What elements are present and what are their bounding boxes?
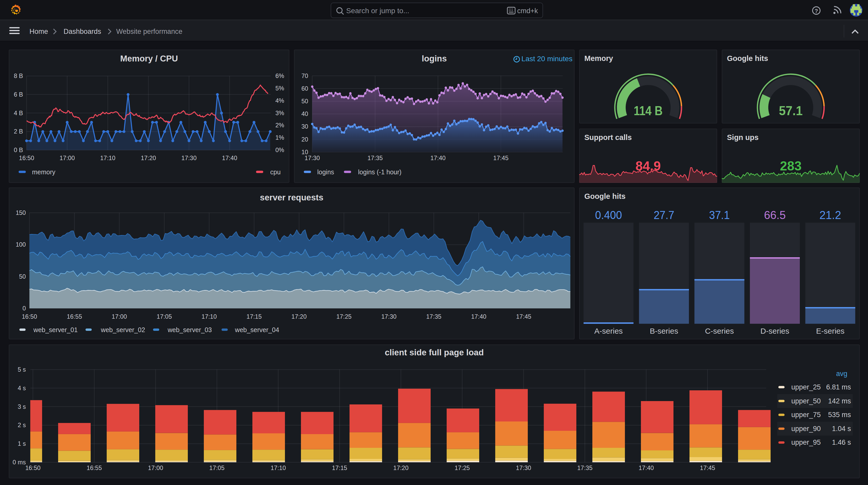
svg-text:17:20: 17:20 bbox=[393, 464, 408, 471]
svg-text:upper_50: upper_50 bbox=[791, 397, 820, 405]
svg-text:17:10: 17:10 bbox=[201, 313, 216, 320]
svg-text:21.2: 21.2 bbox=[819, 208, 841, 221]
svg-text:40: 40 bbox=[301, 110, 308, 117]
svg-text:0 ms: 0 ms bbox=[12, 459, 26, 465]
svg-text:B-series: B-series bbox=[649, 326, 678, 335]
svg-text:17:45: 17:45 bbox=[700, 464, 715, 471]
svg-text:17:20: 17:20 bbox=[141, 155, 156, 161]
svg-text:web_server_02: web_server_02 bbox=[100, 326, 145, 333]
svg-text:memory: memory bbox=[32, 168, 55, 175]
svg-text:16:55: 16:55 bbox=[86, 464, 101, 471]
svg-text:27.7: 27.7 bbox=[653, 208, 674, 221]
svg-text:Memory: Memory bbox=[584, 54, 613, 63]
svg-text:57.1: 57.1 bbox=[779, 103, 802, 118]
svg-text:upper_25: upper_25 bbox=[791, 383, 820, 391]
svg-text:16:50: 16:50 bbox=[22, 313, 37, 320]
svg-text:17:00: 17:00 bbox=[148, 464, 163, 471]
svg-text:535 ms: 535 ms bbox=[828, 411, 851, 418]
svg-text:C-series: C-series bbox=[705, 326, 734, 335]
svg-text:4 B: 4 B bbox=[14, 110, 23, 117]
svg-text:17:35: 17:35 bbox=[426, 313, 441, 320]
svg-text:Sign ups: Sign ups bbox=[727, 133, 758, 141]
svg-text:6%: 6% bbox=[275, 72, 284, 79]
svg-text:70: 70 bbox=[301, 72, 308, 79]
svg-text:17:35: 17:35 bbox=[577, 464, 592, 471]
svg-text:16:50: 16:50 bbox=[25, 464, 40, 471]
svg-text:avg: avg bbox=[836, 369, 847, 377]
svg-text:E-series: E-series bbox=[816, 326, 844, 335]
svg-text:D-series: D-series bbox=[760, 326, 789, 335]
svg-text:client side full page load: client side full page load bbox=[384, 347, 483, 357]
svg-text:17:25: 17:25 bbox=[455, 464, 470, 471]
svg-text:3%: 3% bbox=[275, 110, 284, 117]
svg-text:6 B: 6 B bbox=[14, 91, 23, 98]
svg-text:Memory / CPU: Memory / CPU bbox=[120, 54, 178, 63]
svg-text:4%: 4% bbox=[275, 97, 284, 104]
svg-text:1.46 s: 1.46 s bbox=[832, 438, 851, 446]
svg-text:17:40: 17:40 bbox=[430, 155, 445, 161]
svg-text:150: 150 bbox=[16, 209, 26, 216]
svg-text:17:30: 17:30 bbox=[304, 155, 319, 161]
svg-text:17:45: 17:45 bbox=[516, 313, 531, 320]
svg-text:6.81 ms: 6.81 ms bbox=[826, 383, 851, 391]
svg-text:17:00: 17:00 bbox=[111, 313, 127, 320]
svg-text:66.5: 66.5 bbox=[764, 208, 785, 221]
svg-text:upper_95: upper_95 bbox=[791, 438, 820, 446]
svg-text:17:10: 17:10 bbox=[100, 155, 115, 161]
svg-text:17:05: 17:05 bbox=[156, 313, 172, 320]
svg-text:logins: logins bbox=[317, 168, 334, 175]
svg-text:0%: 0% bbox=[275, 147, 284, 153]
svg-text:1 s: 1 s bbox=[18, 440, 26, 447]
svg-text:server requests: server requests bbox=[259, 192, 323, 202]
svg-text:142 ms: 142 ms bbox=[828, 397, 851, 405]
svg-text:16:50: 16:50 bbox=[19, 155, 34, 161]
svg-text:60: 60 bbox=[301, 85, 308, 92]
svg-text:A-series: A-series bbox=[594, 326, 623, 335]
svg-text:2 B: 2 B bbox=[14, 128, 23, 135]
svg-text:17:40: 17:40 bbox=[471, 313, 486, 320]
svg-text:Support calls: Support calls bbox=[584, 133, 632, 141]
svg-text:17:30: 17:30 bbox=[181, 155, 196, 161]
svg-text:cpu: cpu bbox=[270, 168, 280, 175]
svg-text:84.9: 84.9 bbox=[635, 159, 660, 173]
svg-text:20: 20 bbox=[301, 136, 308, 143]
svg-text:100: 100 bbox=[16, 241, 26, 248]
svg-text:Last 20 minutes: Last 20 minutes bbox=[521, 55, 572, 63]
svg-text:Google hits: Google hits bbox=[727, 54, 768, 63]
svg-text:web_server_03: web_server_03 bbox=[167, 326, 212, 333]
svg-text:17:30: 17:30 bbox=[381, 313, 396, 320]
svg-text:5 s: 5 s bbox=[18, 366, 26, 373]
svg-text:web_server_04: web_server_04 bbox=[235, 326, 279, 333]
svg-text:17:05: 17:05 bbox=[209, 464, 224, 471]
svg-text:5%: 5% bbox=[275, 85, 284, 92]
svg-text:17:35: 17:35 bbox=[367, 155, 382, 161]
svg-text:283: 283 bbox=[780, 159, 801, 173]
svg-text:17:40: 17:40 bbox=[222, 155, 237, 161]
svg-text:17:25: 17:25 bbox=[336, 313, 351, 320]
svg-text:17:45: 17:45 bbox=[493, 155, 508, 161]
svg-text:upper_90: upper_90 bbox=[791, 425, 820, 432]
svg-text:3 s: 3 s bbox=[18, 403, 26, 410]
svg-text:2%: 2% bbox=[275, 122, 284, 129]
svg-text:2 s: 2 s bbox=[18, 421, 26, 428]
svg-text:upper_75: upper_75 bbox=[791, 411, 820, 418]
svg-text:114 B: 114 B bbox=[633, 103, 662, 118]
svg-text:17:30: 17:30 bbox=[516, 464, 531, 471]
svg-text:17:00: 17:00 bbox=[59, 155, 74, 161]
svg-text:0: 0 bbox=[22, 305, 26, 312]
svg-text:17:15: 17:15 bbox=[332, 464, 347, 471]
svg-text:1%: 1% bbox=[275, 134, 284, 141]
svg-text:17:20: 17:20 bbox=[291, 313, 306, 320]
svg-text:logins (-1 hour): logins (-1 hour) bbox=[358, 168, 401, 175]
svg-text:50: 50 bbox=[301, 98, 308, 105]
svg-text:Google hits: Google hits bbox=[584, 192, 625, 200]
svg-text:17:15: 17:15 bbox=[246, 313, 261, 320]
svg-text:37.1: 37.1 bbox=[709, 208, 730, 221]
svg-text:8 B: 8 B bbox=[14, 72, 23, 79]
svg-text:1.04 s: 1.04 s bbox=[832, 425, 851, 432]
svg-text:logins: logins bbox=[421, 54, 446, 63]
svg-text:10: 10 bbox=[301, 149, 308, 156]
svg-text:0 B: 0 B bbox=[14, 147, 23, 153]
svg-text:16:55: 16:55 bbox=[66, 313, 82, 320]
svg-text:50: 50 bbox=[19, 273, 26, 280]
